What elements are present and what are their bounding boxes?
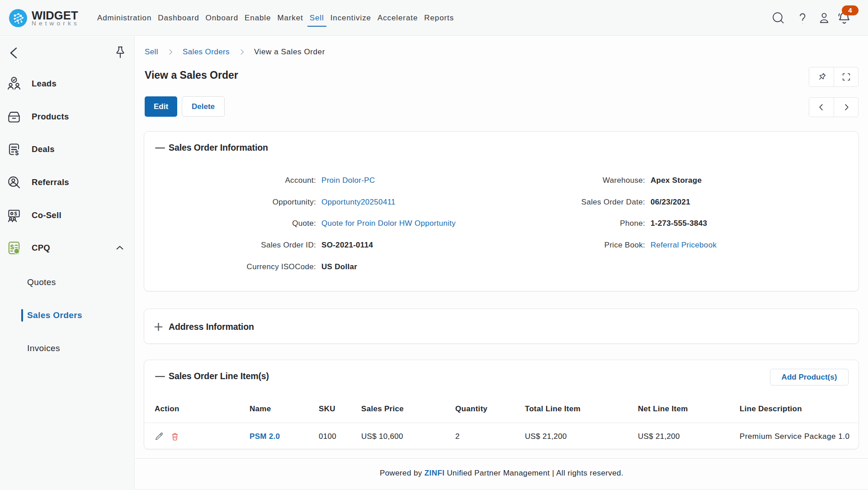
svg-text:$: $ [14,211,18,216]
svg-text:$: $ [10,243,14,251]
svg-text:$: $ [15,149,19,157]
